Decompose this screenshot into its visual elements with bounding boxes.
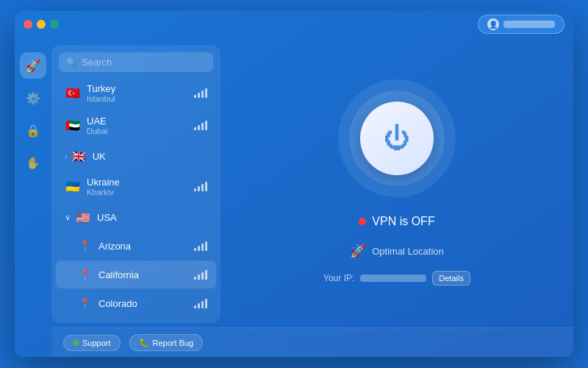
turkey-flag: 🇹🇷 — [65, 85, 81, 102]
ip-row: Your IP: Details — [323, 271, 470, 286]
usa-name: USA — [97, 212, 207, 223]
report-bug-label: Report Bug — [153, 339, 194, 347]
sidebar: 🚀 ⚙️ 🔒 ✋ — [15, 11, 51, 357]
title-bar: 👤 — [15, 11, 573, 38]
ukraine-signal — [194, 182, 207, 191]
search-bar: 🔍 — [59, 52, 213, 72]
colorado-pin-icon: 📍 — [76, 295, 93, 311]
bug-icon: 🐛 — [139, 338, 149, 347]
power-icon: ⏻ — [384, 123, 410, 154]
search-input[interactable] — [82, 57, 206, 68]
uae-name: UAE Dubai — [87, 116, 194, 135]
user-icon: 👤 — [487, 18, 499, 30]
user-name — [503, 21, 555, 28]
support-label: Support — [82, 339, 111, 347]
server-item-colorado[interactable]: 📍 Colorado — [56, 289, 216, 317]
close-button[interactable] — [24, 20, 32, 29]
uk-name: UK — [93, 151, 207, 162]
server-item-ukraine[interactable]: 🇺🇦 Ukraine Kharkiv — [56, 171, 216, 202]
status-dot-off — [359, 218, 366, 225]
turkey-signal — [194, 88, 207, 98]
colorado-name: Colorado — [98, 298, 194, 309]
window-controls — [24, 20, 59, 29]
search-icon: 🔍 — [66, 57, 77, 68]
colorado-signal — [194, 299, 207, 308]
vpn-status: VPN is OFF — [359, 215, 434, 228]
vpn-status-label: VPN is OFF — [372, 215, 434, 228]
ip-address-value — [360, 275, 426, 282]
server-item-uae[interactable]: 🇦🇪 UAE Dubai — [56, 110, 216, 141]
sidebar-item-rocket[interactable]: 🚀 — [20, 52, 46, 79]
uae-flag: 🇦🇪 — [65, 118, 81, 134]
your-ip-label: Your IP: — [323, 273, 354, 283]
support-button[interactable]: Support — [63, 335, 121, 351]
server-list: 🇹🇷 Turkey Istanbul 🇦🇪 UAE Dubai — [51, 77, 220, 323]
server-item-arizona[interactable]: 📍 Arizona — [56, 232, 216, 260]
maximize-button[interactable] — [50, 20, 59, 29]
minimize-button[interactable] — [37, 20, 46, 29]
server-item-turkey[interactable]: 🇹🇷 Turkey Istanbul — [56, 77, 216, 109]
uk-expand-icon: › — [65, 152, 68, 160]
report-bug-button[interactable]: 🐛 Report Bug — [129, 334, 204, 351]
bottom-bar: Support 🐛 Report Bug — [51, 328, 573, 357]
power-ring-outer: ⏻ — [338, 79, 456, 197]
usa-flag: 🇺🇸 — [75, 209, 91, 225]
server-item-california[interactable]: 📍 California — [56, 261, 216, 289]
arizona-pin-icon: 📍 — [76, 238, 93, 254]
optimal-rocket-icon: 🚀 — [350, 243, 366, 259]
server-item-uk[interactable]: › 🇬🇧 UK — [56, 142, 216, 170]
california-signal — [194, 270, 207, 280]
sidebar-item-settings[interactable]: ⚙️ — [20, 85, 46, 111]
sidebar-item-privacy[interactable]: ✋ — [20, 149, 46, 176]
details-button[interactable]: Details — [432, 271, 470, 286]
server-panel: 🔍 🇹🇷 Turkey Istanbul 🇦🇪 UAE — [51, 45, 220, 323]
turkey-name: Turkey Istanbul — [87, 83, 194, 103]
ukraine-flag: 🇺🇦 — [65, 179, 81, 195]
uae-signal — [194, 121, 207, 130]
california-pin-icon: 📍 — [76, 266, 93, 283]
power-button[interactable]: ⏻ — [360, 102, 434, 175]
optimal-location: 🚀 Optimal Location — [350, 243, 444, 259]
optimal-location-label: Optimal Location — [372, 246, 444, 257]
arizona-signal — [194, 241, 207, 251]
app-window: 👤 🚀 ⚙️ 🔒 ✋ 🔍 🇹🇷 Turkey Istanbul — [15, 11, 573, 357]
server-item-usa[interactable]: ∨ 🇺🇸 USA — [56, 203, 216, 231]
server-item-florida[interactable]: 📍 Florida — [56, 318, 216, 323]
right-panel: ⏻ VPN is OFF 🚀 Optimal Location Your IP:… — [220, 11, 573, 357]
usa-expand-icon: ∨ — [65, 213, 71, 222]
support-status-dot — [73, 340, 79, 346]
california-name: California — [98, 269, 194, 280]
ukraine-name: Ukraine Kharkiv — [87, 177, 194, 197]
uk-flag: 🇬🇧 — [71, 148, 87, 164]
arizona-name: Arizona — [98, 241, 194, 252]
user-badge[interactable]: 👤 — [478, 15, 564, 34]
sidebar-item-lock[interactable]: 🔒 — [20, 117, 46, 144]
power-ring-middle: ⏻ — [349, 91, 445, 186]
